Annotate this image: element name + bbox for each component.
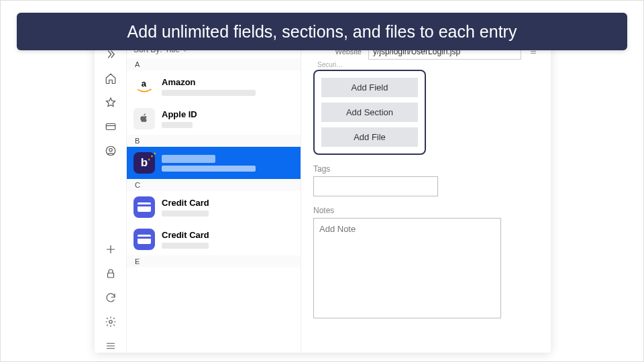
- item-title: Credit Card: [162, 230, 209, 240]
- item-title: Credit Card: [162, 198, 209, 208]
- alpha-header-e: E: [127, 255, 301, 267]
- item-title: Amazon: [162, 77, 256, 87]
- item-title-redacted: [162, 155, 215, 163]
- list-item-selected[interactable]: b⋰: [127, 147, 301, 179]
- tags-label: Tags: [313, 164, 539, 174]
- list-item-credit-2[interactable]: Credit Card: [127, 223, 301, 255]
- notes-label: Notes: [313, 206, 539, 215]
- star-icon[interactable]: [104, 96, 117, 109]
- alpha-header-a: A: [127, 58, 301, 70]
- svg-text:a: a: [142, 78, 147, 88]
- add-actions-box: Add Field Add Section Add File: [313, 70, 426, 155]
- app-window: Sort By: Title ⌄ A a Amazon Apple ID B: [95, 41, 551, 353]
- tags-input[interactable]: [313, 176, 438, 196]
- entry-list: Sort By: Title ⌄ A a Amazon Apple ID B: [127, 41, 301, 353]
- card-icon[interactable]: [104, 120, 117, 133]
- security-label-cut: Securi…: [317, 61, 539, 68]
- b-app-icon: b⋰: [133, 152, 155, 174]
- plus-icon[interactable]: [104, 243, 117, 256]
- svg-point-2: [109, 148, 112, 152]
- refresh-icon[interactable]: [104, 291, 117, 304]
- apple-icon: [133, 108, 155, 129]
- home-icon[interactable]: [104, 72, 117, 85]
- credit-card-icon: [133, 196, 155, 218]
- detail-panel: Website ≡ Securi… Add Field Add Section …: [301, 41, 551, 353]
- svg-rect-0: [106, 124, 115, 130]
- notes-input[interactable]: [313, 218, 501, 318]
- lock-icon[interactable]: [104, 267, 117, 280]
- add-field-button[interactable]: Add Field: [321, 78, 418, 97]
- profile-icon[interactable]: [104, 144, 117, 158]
- item-subtitle-redacted: [162, 210, 209, 217]
- add-section-button[interactable]: Add Section: [321, 103, 418, 122]
- item-subtitle-redacted: [162, 243, 209, 249]
- alpha-header-c: C: [127, 179, 301, 191]
- item-subtitle-redacted: [162, 166, 256, 172]
- list-item-apple[interactable]: Apple ID: [127, 103, 301, 135]
- item-subtitle-redacted: [162, 90, 256, 96]
- item-title: Apple ID: [162, 109, 197, 119]
- nav-rail: [95, 41, 127, 353]
- item-subtitle-redacted: [162, 122, 193, 128]
- alpha-header-b: B: [127, 135, 301, 147]
- credit-card-icon: [133, 229, 155, 250]
- gear-icon[interactable]: [104, 315, 117, 328]
- list-item-credit-1[interactable]: Credit Card: [127, 191, 301, 223]
- add-file-button[interactable]: Add File: [321, 127, 418, 147]
- menu-icon[interactable]: [104, 339, 117, 353]
- svg-point-4: [109, 320, 112, 324]
- banner: Add unlimited fields, sections, and file…: [17, 13, 627, 50]
- amazon-icon: a: [133, 76, 155, 97]
- svg-rect-3: [107, 273, 113, 278]
- list-item-amazon[interactable]: a Amazon: [127, 70, 301, 103]
